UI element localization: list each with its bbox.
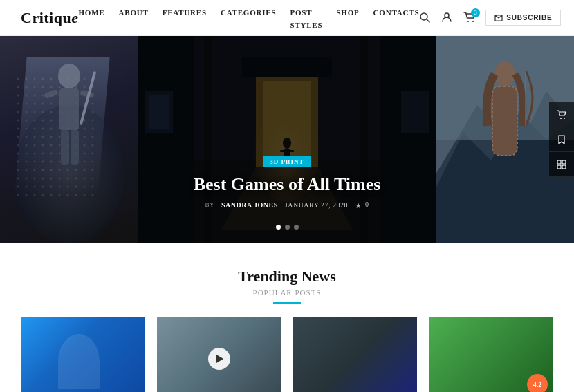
- svg-rect-13: [71, 130, 79, 165]
- hero-side-left[interactable]: [0, 36, 138, 243]
- section-header: Trending News Popular Posts: [21, 268, 553, 304]
- nav-item-post styles[interactable]: POST STYLES: [290, 8, 322, 29]
- svg-rect-33: [138, 36, 436, 243]
- svg-rect-45: [562, 160, 566, 164]
- svg-rect-20: [263, 81, 311, 164]
- svg-rect-12: [61, 130, 69, 165]
- hero-dot-1[interactable]: [276, 225, 281, 230]
- svg-rect-23: [145, 91, 173, 133]
- nav-item-about[interactable]: ABOUT: [119, 8, 149, 17]
- user-icon[interactable]: [441, 12, 454, 24]
- svg-rect-29: [280, 150, 284, 152]
- cart-icon[interactable]: 3: [463, 12, 476, 24]
- grid-float-icon[interactable]: [549, 152, 574, 177]
- section-subtitle: Popular Posts: [21, 288, 553, 297]
- card-image-4[interactable]: 4.2: [429, 317, 553, 392]
- svg-rect-14: [80, 71, 97, 125]
- bookmark-float-icon[interactable]: [549, 127, 574, 152]
- hero-main[interactable]: 3D PRINT Best Games of All Times BY SAND…: [138, 36, 436, 243]
- nav-item-shop[interactable]: SHOP: [336, 8, 359, 17]
- hero-section: 3D PRINT Best Games of All Times BY SAND…: [0, 36, 574, 243]
- rating-badge: 4.2: [527, 374, 548, 392]
- nav-item-home[interactable]: HOME: [78, 8, 104, 17]
- svg-rect-25: [401, 91, 429, 133]
- svg-point-4: [472, 21, 474, 22]
- svg-rect-39: [492, 86, 517, 156]
- trending-card-4: 4.2 MULTIPLAYER Top 10 Mobile Games Toda…: [429, 317, 553, 392]
- trending-card-3: MULTIPLAYER Ride or Die: Top Vehicles 20…: [293, 317, 417, 392]
- trending-card-1: MULTIPLAYER Gadgets You Must Try in 2022…: [21, 317, 145, 392]
- subscribe-button[interactable]: SUBSCRIBE: [485, 10, 561, 26]
- svg-rect-30: [290, 150, 294, 152]
- svg-rect-9: [59, 88, 79, 130]
- hero-overlay: 3D PRINT Best Games of All Times BY SAND…: [138, 154, 436, 209]
- hero-dot-3[interactable]: [294, 225, 299, 230]
- hero-author: SANDRA JONES: [221, 201, 278, 209]
- header-icons: 3 SUBSCRIBE: [419, 10, 561, 26]
- svg-point-2: [445, 13, 449, 17]
- svg-rect-17: [138, 36, 194, 243]
- svg-rect-46: [557, 165, 561, 169]
- card-image-1[interactable]: [21, 317, 145, 392]
- nav-item-categories[interactable]: CATEGORIES: [221, 8, 277, 17]
- svg-rect-26: [242, 57, 332, 77]
- cart-float-icon[interactable]: [549, 102, 574, 127]
- trending-section: Trending News Popular Posts MULTIPLAYER …: [0, 243, 574, 392]
- svg-point-38: [494, 62, 515, 86]
- header: Critique HOMEABOUTFEATURESCATEGORIESPOST…: [0, 0, 574, 36]
- svg-rect-18: [380, 36, 436, 243]
- trending-card-2: MULTIPLAYER Trending VR Games in the USA…: [157, 317, 281, 392]
- svg-rect-44: [557, 160, 561, 164]
- svg-rect-32: [360, 36, 368, 243]
- cart-badge: 3: [471, 8, 480, 17]
- card-image-2[interactable]: [157, 317, 281, 392]
- card-image-3[interactable]: [293, 317, 417, 392]
- svg-point-42: [560, 118, 562, 119]
- svg-point-27: [283, 138, 291, 149]
- hero-dots: [138, 225, 436, 230]
- play-button[interactable]: [208, 348, 230, 370]
- logo[interactable]: Critique: [21, 9, 78, 27]
- svg-rect-47: [562, 165, 566, 169]
- hero-tag: 3D PRINT: [263, 156, 311, 167]
- nav-item-contacts[interactable]: CONTACTS: [373, 8, 420, 17]
- hero-comments: 0: [365, 200, 369, 208]
- svg-point-43: [564, 118, 565, 119]
- hero-right-icons: [549, 102, 574, 177]
- main-nav: HOMEABOUTFEATURESCATEGORIESPOST STYLESSH…: [78, 6, 419, 30]
- section-divider: [273, 302, 301, 304]
- svg-line-1: [427, 19, 429, 22]
- hero-meta: BY SANDRA JONES JANUARY 27, 2020 0: [138, 200, 436, 209]
- svg-rect-24: [149, 95, 169, 129]
- hero-date: JANUARY 27, 2020: [285, 201, 348, 209]
- svg-rect-31: [204, 36, 212, 243]
- hero-dot-2[interactable]: [285, 225, 290, 230]
- nav-item-features[interactable]: FEATURES: [163, 8, 207, 17]
- svg-rect-10: [44, 89, 59, 99]
- svg-rect-15: [138, 36, 436, 243]
- svg-point-3: [467, 21, 469, 22]
- svg-point-8: [58, 64, 80, 88]
- section-title: Trending News: [21, 268, 553, 286]
- search-icon[interactable]: [419, 12, 432, 24]
- cards-grid: MULTIPLAYER Gadgets You Must Try in 2022…: [21, 317, 553, 392]
- hero-title: Best Games of All Times: [138, 174, 436, 195]
